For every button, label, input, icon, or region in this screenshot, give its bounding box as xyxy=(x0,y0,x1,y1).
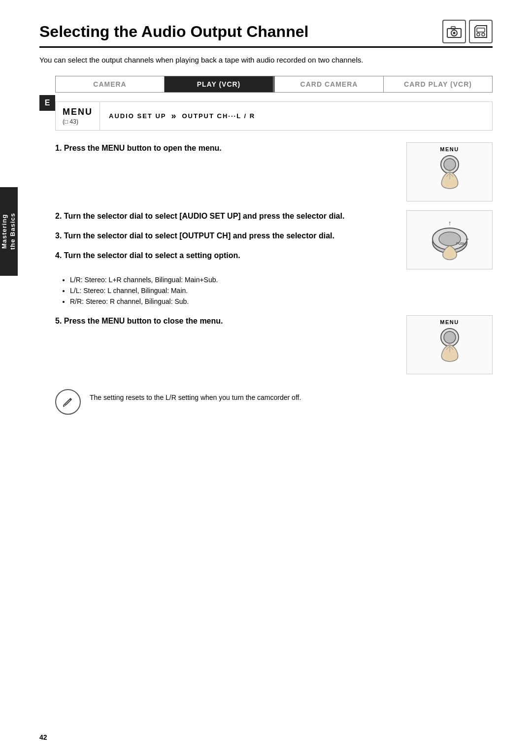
step-5-image-label: MENU xyxy=(407,319,492,325)
steps-section: 1. Press the MENU button to open the men… xyxy=(55,142,493,374)
svg-point-3 xyxy=(453,32,456,34)
title-icons xyxy=(442,20,493,43)
svg-point-4 xyxy=(477,33,480,36)
note-box: The setting resets to the L/R setting wh… xyxy=(55,389,493,415)
menu-path: AUDIO SET UP » OUTPUT CH···L / R xyxy=(100,102,264,130)
intro-text: You can select the output channels when … xyxy=(39,55,493,66)
menu-press-icon-2 xyxy=(428,325,472,364)
tab-card-camera[interactable]: CARD CAMERA xyxy=(275,76,384,92)
menu-label-box: MENU (□ 43) xyxy=(56,102,100,130)
e-badge: E xyxy=(39,95,55,111)
menu-path-step2: OUTPUT CH···L / R xyxy=(182,112,255,120)
step-2-image: ↑ → PUSH xyxy=(406,210,493,269)
tab-play-vcr[interactable]: PLAY (VCR) xyxy=(165,76,273,92)
step-1-text: 1. Press the MENU button to open the men… xyxy=(55,142,397,154)
svg-point-5 xyxy=(482,33,485,36)
step-5-row: 5. Press the MENU button to close the me… xyxy=(55,315,493,374)
tab-camera[interactable]: CAMERA xyxy=(56,76,165,92)
title-text: Selecting the Audio Output Channel xyxy=(39,23,308,41)
tape-icon xyxy=(469,20,493,43)
note-text: The setting resets to the L/R setting wh… xyxy=(90,389,301,403)
svg-rect-6 xyxy=(477,28,485,32)
svg-rect-2 xyxy=(451,27,455,29)
step-1-heading: 1. Press the MENU button to open the men… xyxy=(55,142,397,154)
step-4-heading: 4. Turn the selector dial to select a se… xyxy=(55,250,397,262)
camera-icon xyxy=(442,20,466,43)
bullet-item-2: L/L: Stereo: L channel, Bilingual: Main. xyxy=(70,285,493,296)
mode-tabs: CAMERA PLAY (VCR) CARD CAMERA CARD PLAY … xyxy=(55,76,493,93)
bullet-item-1: L/R: Stereo: L+R channels, Bilingual: Ma… xyxy=(70,274,493,285)
bullet-list: L/R: Stereo: L+R channels, Bilingual: Ma… xyxy=(65,274,493,307)
svg-point-17 xyxy=(444,331,456,343)
step-2-img-col: ↑ → PUSH xyxy=(406,210,493,269)
menu-page-ref: (□ 43) xyxy=(63,118,78,125)
step-1-img-col: MENU xyxy=(406,142,493,201)
step-1-row: 1. Press the MENU button to open the men… xyxy=(55,142,493,201)
svg-text:PUSH: PUSH xyxy=(456,242,466,245)
menu-path-step1: AUDIO SET UP xyxy=(109,112,166,120)
menu-press-icon xyxy=(428,152,472,192)
bullet-item-3: R/R: Stereo: R channel, Bilingual: Sub. xyxy=(70,296,493,307)
page-number: 42 xyxy=(39,733,47,741)
svg-text:↑: ↑ xyxy=(448,219,451,227)
step-5-text: 5. Press the MENU button to close the me… xyxy=(55,315,397,327)
step-5-img-col: MENU xyxy=(406,315,493,374)
menu-label: MENU xyxy=(63,107,93,117)
step-3-heading: 3. Turn the selector dial to select [OUT… xyxy=(55,230,397,242)
step-1-image-label: MENU xyxy=(407,146,492,152)
svg-text:→: → xyxy=(464,236,469,242)
step-2-heading: 2. Turn the selector dial to select [AUD… xyxy=(55,210,397,222)
step-2-text: 2. Turn the selector dial to select [AUD… xyxy=(55,210,397,262)
step-5-heading: 5. Press the MENU button to close the me… xyxy=(55,315,397,327)
step-5-image: MENU xyxy=(406,315,493,374)
step-1-image: MENU xyxy=(406,142,493,201)
note-icon xyxy=(55,389,81,415)
menu-bar: MENU (□ 43) AUDIO SET UP » OUTPUT CH···L… xyxy=(55,101,493,131)
svg-point-8 xyxy=(444,159,456,170)
page-title: Selecting the Audio Output Channel xyxy=(39,20,493,48)
tab-card-play-vcr[interactable]: CARD PLAY (VCR) xyxy=(384,76,492,92)
menu-path-arrow: » xyxy=(171,111,177,121)
step-2-row: 2. Turn the selector dial to select [AUD… xyxy=(55,210,493,269)
